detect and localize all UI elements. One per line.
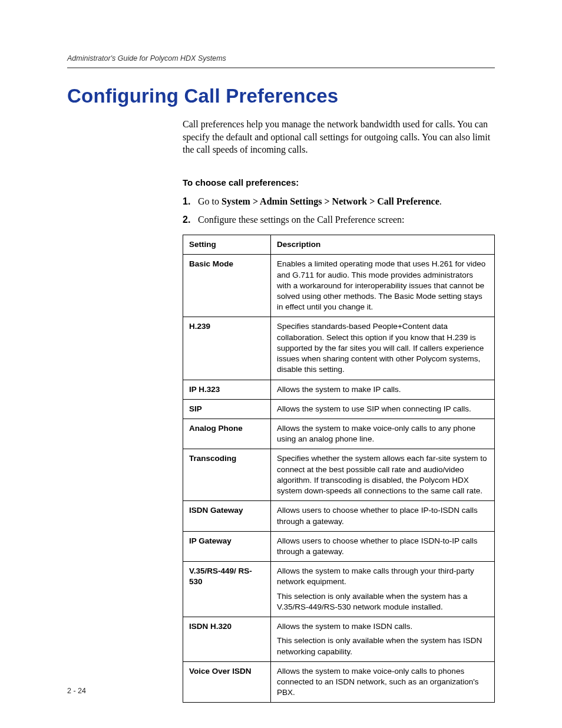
- description-cell: Allows the system to use SIP when connec…: [271, 399, 495, 419]
- description-cell: Allows the system to make IP calls.: [271, 380, 495, 399]
- header-rule: [67, 67, 495, 68]
- setting-cell: IP H.323: [183, 380, 271, 399]
- description-paragraph: Allows users to choose whether to place …: [277, 505, 488, 526]
- page: Administrator's Guide for Polycom HDX Sy…: [0, 0, 562, 728]
- step-prefix: Go to: [198, 196, 222, 206]
- setting-cell: Basic Mode: [183, 255, 271, 317]
- setting-cell: ISDN H.320: [183, 617, 271, 662]
- running-header: Administrator's Guide for Polycom HDX Sy…: [67, 54, 495, 67]
- col-header-setting: Setting: [183, 235, 271, 255]
- description-paragraph: Allows the system to use SIP when connec…: [277, 404, 488, 414]
- step-2: 2. Configure these settings on the Call …: [183, 213, 495, 226]
- setting-cell: ISDN Gateway: [183, 501, 271, 531]
- setting-cell: SIP: [183, 399, 271, 419]
- description-paragraph: Specifies whether the system allows each…: [277, 453, 488, 496]
- description-cell: Allows the system to make ISDN calls.Thi…: [271, 617, 495, 662]
- table-row: IP H.323Allows the system to make IP cal…: [183, 380, 495, 399]
- table-row: ISDN GatewayAllows users to choose wheth…: [183, 501, 495, 531]
- step-suffix: .: [439, 196, 442, 206]
- section-title: Configuring Call Preferences: [67, 85, 495, 107]
- col-header-description: Description: [271, 235, 495, 255]
- step-prefix: Configure these settings on the Call Pre…: [198, 215, 405, 225]
- step-number: 1.: [183, 195, 198, 208]
- table-row: Basic ModeEnables a limited operating mo…: [183, 255, 495, 317]
- settings-table: Setting Description Basic ModeEnables a …: [183, 235, 495, 703]
- description-paragraph: Allows the system to make IP calls.: [277, 384, 488, 395]
- step-path: System > Admin Settings > Network > Call…: [222, 196, 439, 206]
- description-paragraph: Specifies standards-based People+Content…: [277, 321, 488, 375]
- body-column: Call preferences help you manage the net…: [183, 118, 495, 703]
- description-paragraph: This selection is only available when th…: [277, 591, 488, 612]
- description-paragraph: Allows the system to make calls through …: [277, 566, 488, 587]
- description-paragraph: Allows the system to make voice-only cal…: [277, 423, 488, 444]
- table-header-row: Setting Description: [183, 235, 495, 255]
- step-1: 1. Go to System > Admin Settings > Netwo…: [183, 195, 495, 208]
- table-row: ISDN H.320Allows the system to make ISDN…: [183, 617, 495, 662]
- setting-cell: Voice Over ISDN: [183, 661, 271, 703]
- description-cell: Enables a limited operating mode that us…: [271, 255, 495, 317]
- table-row: H.239Specifies standards-based People+Co…: [183, 317, 495, 380]
- step-text: Configure these settings on the Call Pre…: [198, 213, 405, 226]
- description-cell: Specifies whether the system allows each…: [271, 449, 495, 501]
- procedure-heading: To choose call preferences:: [183, 177, 495, 187]
- description-cell: Allows the system to make voice-only cal…: [271, 419, 495, 449]
- table-row: IP GatewayAllows users to choose whether…: [183, 531, 495, 561]
- description-paragraph: Allows the system to make voice-only cal…: [277, 666, 488, 699]
- description-cell: Allows users to choose whether to place …: [271, 501, 495, 531]
- description-paragraph: This selection is only available when th…: [277, 635, 488, 657]
- table-row: Analog PhoneAllows the system to make vo…: [183, 419, 495, 449]
- step-text: Go to System > Admin Settings > Network …: [198, 195, 442, 208]
- page-number: 2 - 24: [67, 687, 86, 695]
- table-row: TranscodingSpecifies whether the system …: [183, 449, 495, 501]
- intro-paragraph: Call preferences help you manage the net…: [183, 118, 495, 156]
- description-paragraph: Allows the system to make ISDN calls.: [277, 621, 488, 632]
- description-paragraph: Enables a limited operating mode that us…: [277, 259, 488, 312]
- description-cell: Allows the system to make calls through …: [271, 562, 495, 617]
- setting-cell: H.239: [183, 317, 271, 380]
- description-cell: Allows users to choose whether to place …: [271, 531, 495, 561]
- table-row: Voice Over ISDNAllows the system to make…: [183, 661, 495, 703]
- description-cell: Allows the system to make voice-only cal…: [271, 661, 495, 703]
- description-paragraph: Allows users to choose whether to place …: [277, 536, 488, 557]
- setting-cell: V.35/RS-449/ RS-530: [183, 562, 271, 617]
- setting-cell: Transcoding: [183, 449, 271, 501]
- setting-cell: IP Gateway: [183, 531, 271, 561]
- table-row: V.35/RS-449/ RS-530Allows the system to …: [183, 562, 495, 617]
- description-cell: Specifies standards-based People+Content…: [271, 317, 495, 380]
- step-number: 2.: [183, 213, 198, 226]
- setting-cell: Analog Phone: [183, 419, 271, 449]
- table-row: SIPAllows the system to use SIP when con…: [183, 399, 495, 419]
